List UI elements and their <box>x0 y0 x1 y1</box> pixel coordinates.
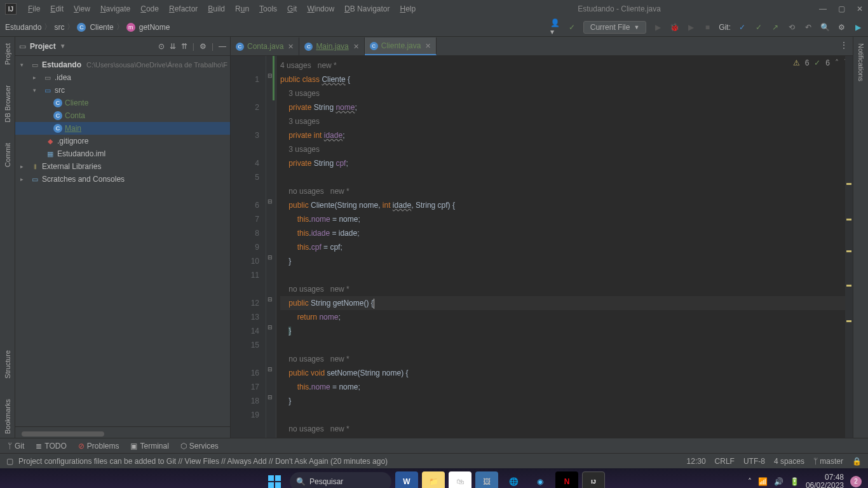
tab-conta[interactable]: C Conta.java ✕ <box>231 37 299 55</box>
menu-run[interactable]: Run <box>231 3 253 15</box>
close-tab-icon[interactable]: ✕ <box>353 43 359 51</box>
taskbar-store[interactable]: 🛍 <box>449 471 471 489</box>
volume-icon[interactable]: 🔊 <box>774 477 783 486</box>
taskbar-netflix[interactable]: N <box>555 471 578 489</box>
menu-tools[interactable]: Tools <box>255 3 281 15</box>
bottom-services[interactable]: ⬡Services <box>180 442 219 451</box>
ide-plugins-icon[interactable]: ▶ <box>853 22 863 32</box>
tree-cliente[interactable]: CCliente <box>15 97 230 109</box>
settings-icon[interactable]: ⚙ <box>836 22 846 32</box>
tree-scratch[interactable]: ▸▭Scratches and Consoles <box>15 173 230 186</box>
git-push-icon[interactable]: ↗ <box>770 22 780 32</box>
marker-strip[interactable] <box>845 56 853 438</box>
tool-notifications[interactable]: Notifications <box>856 39 866 85</box>
fold-icon[interactable]: ⊟ <box>268 254 273 261</box>
fold-icon[interactable]: ⊟ <box>268 296 273 302</box>
caret-position[interactable]: 12:30 <box>687 457 706 466</box>
tree-conta[interactable]: CConta <box>15 109 230 122</box>
fold-icon[interactable]: ⊟ <box>268 394 273 400</box>
git-pull-icon[interactable]: ✓ <box>737 22 747 32</box>
taskbar-photos[interactable]: 🖼 <box>475 471 498 489</box>
battery-icon[interactable]: 🔋 <box>790 477 799 486</box>
breadcrumb-class[interactable]: Cliente <box>90 23 113 32</box>
taskbar-intellij[interactable]: IJ <box>582 471 605 489</box>
expand-all-icon[interactable]: ⇊ <box>170 42 176 51</box>
tabs-more-icon[interactable]: ⋮ <box>840 41 848 50</box>
search-icon[interactable]: 🔍 <box>820 22 830 32</box>
tool-bookmarks[interactable]: Bookmarks <box>3 395 13 438</box>
maximize-button[interactable]: ▢ <box>838 4 845 13</box>
wifi-icon[interactable]: 📶 <box>758 477 768 486</box>
tree-main[interactable]: CMain <box>15 122 230 135</box>
fold-icon[interactable]: ⊟ <box>268 198 273 205</box>
select-opened-file-icon[interactable]: ⊙ <box>158 42 165 51</box>
notification-badge[interactable]: 2 <box>850 476 862 487</box>
taskbar-edge[interactable]: ◉ <box>529 471 552 489</box>
breadcrumb-project[interactable]: Estudando <box>5 23 41 32</box>
run-config-selector[interactable]: Current File▼ <box>583 21 647 34</box>
bottom-problems[interactable]: ⊘Problems <box>78 442 119 451</box>
status-icon[interactable]: ▢ <box>6 457 13 466</box>
menu-help[interactable]: Help <box>396 3 419 15</box>
taskbar-clock[interactable]: 07:4806/02/2023 <box>806 473 844 489</box>
collapse-all-icon[interactable]: ⇈ <box>181 42 187 51</box>
menu-code[interactable]: Code <box>137 3 163 15</box>
bottom-todo[interactable]: ≣TODO <box>36 442 66 451</box>
menu-edit[interactable]: Edit <box>46 3 67 15</box>
close-button[interactable]: ✕ <box>857 4 863 13</box>
tree-external[interactable]: ▸⫴External Libraries <box>15 160 230 173</box>
start-button[interactable] <box>263 471 286 489</box>
breadcrumb-src[interactable]: src <box>54 23 64 32</box>
code-editor[interactable]: 4 usages new * public class Cliente { 3 … <box>276 56 845 438</box>
menu-git[interactable]: Git <box>283 3 301 15</box>
fold-icon[interactable]: ⊟ <box>268 72 273 79</box>
git-branch[interactable]: ᛘ master <box>813 457 843 466</box>
editor-body[interactable]: ⚠6 ✓6 ˄ ˅ 1 2 3 4 5 6 7 8 9 10 <box>231 56 853 438</box>
run-icon[interactable]: ▶ <box>653 22 663 32</box>
stop-icon[interactable]: ■ <box>702 22 712 32</box>
fold-icon[interactable]: ⊟ <box>268 324 273 330</box>
tab-cliente[interactable]: C Cliente.java ✕ <box>365 37 437 55</box>
tree-iml[interactable]: ▦Estudando.iml <box>15 147 230 160</box>
tree-root[interactable]: ▾▭ Estudando C:\Users\sousa\OneDrive\Áre… <box>15 58 230 71</box>
git-commit-icon[interactable]: ✓ <box>754 22 764 32</box>
tool-project[interactable]: Project <box>3 39 13 69</box>
coverage-icon[interactable]: ▶ <box>686 22 696 32</box>
tool-dbbrowser[interactable]: DB Browser <box>3 81 13 126</box>
project-dropdown-icon[interactable]: ▼ <box>60 43 66 50</box>
menu-build[interactable]: Build <box>204 3 229 15</box>
settings-gear-icon[interactable]: ⚙ <box>200 42 207 51</box>
git-history-icon[interactable]: ⟲ <box>787 22 797 32</box>
minimize-button[interactable]: ― <box>819 4 827 13</box>
tab-main[interactable]: C Main.java ✕ <box>299 37 364 55</box>
hide-panel-icon[interactable]: ― <box>219 42 226 51</box>
menu-window[interactable]: Window <box>303 3 338 15</box>
taskbar-explorer[interactable]: 📁 <box>422 471 445 489</box>
file-encoding[interactable]: UTF-8 <box>743 457 765 466</box>
add-user-icon[interactable]: 👤▾ <box>550 22 560 32</box>
update-project-icon[interactable]: ✓ <box>567 22 577 32</box>
taskbar-chrome[interactable]: 🌐 <box>502 471 525 489</box>
sidebar-hscrollbar[interactable] <box>22 431 104 437</box>
status-message[interactable]: Project configurations files can be adde… <box>18 457 687 466</box>
lock-icon[interactable]: 🔒 <box>852 457 862 466</box>
debug-icon[interactable]: 🐞 <box>669 22 679 32</box>
menu-dbnav[interactable]: DB Navigator <box>341 3 393 15</box>
tool-structure[interactable]: Structure <box>3 346 13 383</box>
tool-commit[interactable]: Commit <box>3 139 13 171</box>
menu-refactor[interactable]: Refactor <box>165 3 201 15</box>
tray-chevron-icon[interactable]: ˄ <box>748 477 752 486</box>
fold-icon[interactable]: ⊟ <box>268 366 273 372</box>
line-separator[interactable]: CRLF <box>715 457 735 466</box>
indent-setting[interactable]: 4 spaces <box>774 457 804 466</box>
git-rollback-icon[interactable]: ↶ <box>803 22 813 32</box>
taskbar-word[interactable]: W <box>395 471 418 489</box>
menu-file[interactable]: File <box>24 3 44 15</box>
menu-navigate[interactable]: Navigate <box>97 3 134 15</box>
taskbar-search[interactable]: 🔍Pesquisar <box>290 472 391 489</box>
tree-idea[interactable]: ▸▭.idea <box>15 71 230 84</box>
menu-view[interactable]: View <box>70 3 94 15</box>
bottom-terminal[interactable]: ▣Terminal <box>130 442 168 451</box>
close-tab-icon[interactable]: ✕ <box>425 42 431 50</box>
breadcrumb-method[interactable]: getNome <box>139 23 170 32</box>
